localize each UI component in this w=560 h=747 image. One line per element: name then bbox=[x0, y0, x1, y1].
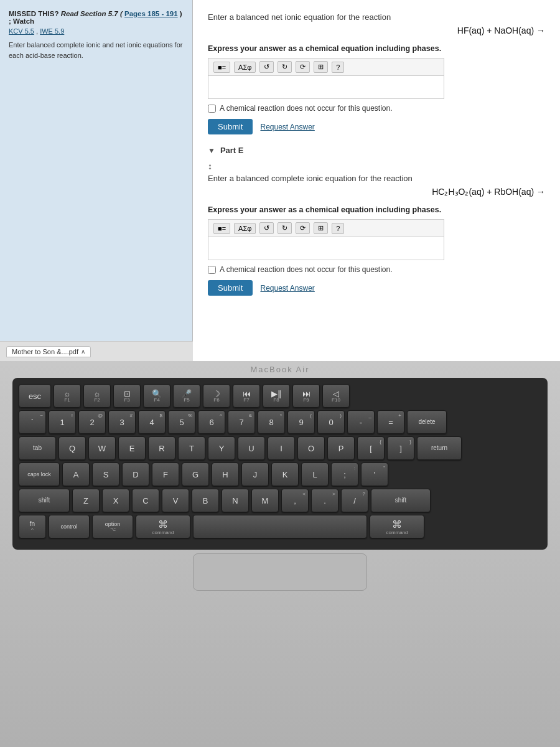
part-e-toolbar-redo-btn[interactable]: ↻ bbox=[278, 222, 292, 234]
part-d-input[interactable] bbox=[208, 75, 444, 99]
toolbar-redo-btn[interactable]: ↻ bbox=[278, 61, 292, 73]
key-t[interactable]: T bbox=[178, 436, 205, 460]
key-command-left[interactable]: ⌘ command bbox=[136, 515, 190, 538]
kcv-link[interactable]: KCV 5.5 bbox=[9, 27, 34, 35]
key-b[interactable]: B bbox=[192, 489, 219, 512]
key-d[interactable]: D bbox=[122, 463, 149, 486]
part-e-arrow[interactable]: ▼ bbox=[208, 146, 215, 155]
key-r[interactable]: R bbox=[148, 436, 175, 460]
key-x[interactable]: X bbox=[102, 489, 129, 512]
key-caps-lock[interactable]: caps lock bbox=[19, 463, 60, 486]
key-y[interactable]: Y bbox=[208, 436, 235, 460]
part-d-submit-btn[interactable]: Submit bbox=[208, 119, 253, 134]
key-p[interactable]: P bbox=[327, 436, 355, 460]
part-e-submit-btn[interactable]: Submit bbox=[208, 280, 253, 296]
key-f5[interactable]: 🎤 F5 bbox=[173, 384, 200, 408]
key-backtick[interactable]: ~ ` bbox=[19, 410, 46, 434]
key-tab[interactable]: tab bbox=[19, 436, 56, 460]
part-d-no-reaction-checkbox[interactable] bbox=[208, 105, 216, 113]
iwe-link[interactable]: IWE 5.9 bbox=[40, 27, 64, 35]
key-3[interactable]: # 3 bbox=[108, 410, 136, 434]
part-e-no-reaction-checkbox[interactable] bbox=[208, 266, 216, 274]
key-a[interactable]: A bbox=[62, 463, 90, 486]
key-o[interactable]: O bbox=[297, 436, 325, 460]
key-f7[interactable]: ⏮ F7 bbox=[233, 384, 260, 408]
command-symbol-left: ⌘ bbox=[158, 519, 168, 530]
key-4[interactable]: $ 4 bbox=[138, 410, 166, 434]
key-z[interactable]: Z bbox=[72, 489, 100, 512]
key-j[interactable]: J bbox=[241, 463, 269, 486]
part-e-toolbar-symbol-btn[interactable]: ΑΣφ bbox=[234, 223, 256, 234]
key-k[interactable]: K bbox=[271, 463, 299, 486]
key-2[interactable]: @ 2 bbox=[78, 410, 106, 434]
key-l[interactable]: L bbox=[301, 463, 329, 486]
toolbar-refresh-btn[interactable]: ⟳ bbox=[296, 61, 310, 73]
key-quote[interactable]: " ' bbox=[361, 463, 388, 486]
key-comma[interactable]: < , bbox=[281, 489, 309, 512]
key-semicolon[interactable]: : ; bbox=[331, 463, 358, 486]
key-option[interactable]: option ⌥ bbox=[92, 515, 133, 538]
key-shift-left[interactable]: shift bbox=[19, 489, 70, 512]
key-5[interactable]: % 5 bbox=[168, 410, 195, 434]
part-d-request-link[interactable]: Request Answer bbox=[260, 123, 314, 131]
part-e-request-link[interactable]: Request Answer bbox=[260, 284, 314, 293]
key-f2[interactable]: ☼ F2 bbox=[83, 384, 111, 408]
part-e-toolbar-help-btn[interactable]: ? bbox=[332, 223, 344, 234]
key-control[interactable]: control bbox=[49, 515, 90, 538]
key-delete[interactable]: delete bbox=[407, 410, 447, 434]
key-space[interactable] bbox=[193, 515, 367, 538]
key-f1[interactable]: ☼ F1 bbox=[54, 384, 81, 408]
key-0[interactable]: ) 0 bbox=[317, 410, 345, 434]
key-f3[interactable]: ⊡ F3 bbox=[113, 384, 141, 408]
key-6[interactable]: ^ 6 bbox=[198, 410, 225, 434]
toolbar-grid-btn[interactable]: ⊞ bbox=[314, 61, 328, 73]
key-slash[interactable]: ? / bbox=[341, 489, 368, 512]
key-esc[interactable]: esc bbox=[19, 384, 51, 408]
part-e-toolbar-refresh-btn[interactable]: ⟳ bbox=[296, 222, 310, 234]
key-shift-right[interactable]: shift bbox=[371, 489, 431, 512]
key-g[interactable]: G bbox=[182, 463, 209, 486]
key-q[interactable]: Q bbox=[58, 436, 86, 460]
key-f9[interactable]: ⏭ F9 bbox=[292, 384, 320, 408]
pages-link[interactable]: Pages 185 - 191 bbox=[124, 10, 178, 17]
file-tab[interactable]: Mother to Son &....pdf ∧ bbox=[6, 346, 91, 357]
key-equals[interactable]: + = bbox=[377, 410, 404, 434]
key-n[interactable]: N bbox=[222, 489, 249, 512]
key-v[interactable]: V bbox=[162, 489, 189, 512]
part-e-toolbar-grid-btn[interactable]: ⊞ bbox=[314, 222, 328, 234]
key-f10[interactable]: ◁ F10 bbox=[322, 384, 350, 408]
toolbar-help-btn[interactable]: ? bbox=[332, 62, 344, 73]
key-f5-icon: 🎤 bbox=[182, 390, 192, 398]
key-period[interactable]: > . bbox=[311, 489, 338, 512]
toolbar-matrix-btn[interactable]: ■= bbox=[213, 62, 230, 73]
key-f8[interactable]: ▶‖ F8 bbox=[263, 384, 290, 408]
part-e-input[interactable] bbox=[208, 237, 444, 260]
key-f4[interactable]: 🔍 F4 bbox=[143, 384, 170, 408]
key-m[interactable]: M bbox=[251, 489, 279, 512]
key-1[interactable]: ! 1 bbox=[49, 410, 76, 434]
key-u[interactable]: U bbox=[238, 436, 265, 460]
key-c[interactable]: C bbox=[132, 489, 159, 512]
key-h[interactable]: H bbox=[212, 463, 239, 486]
key-8[interactable]: * 8 bbox=[258, 410, 285, 434]
key-s[interactable]: S bbox=[92, 463, 119, 486]
key-f[interactable]: F bbox=[152, 463, 179, 486]
key-i[interactable]: I bbox=[268, 436, 295, 460]
key-minus[interactable]: _ - bbox=[347, 410, 375, 434]
key-command-right[interactable]: ⌘ command bbox=[370, 515, 424, 538]
key-7[interactable]: & 7 bbox=[228, 410, 255, 434]
key-f6[interactable]: ☽ F6 bbox=[203, 384, 230, 408]
key-9[interactable]: ( 9 bbox=[287, 410, 315, 434]
part-e-toolbar-matrix-btn[interactable]: ■= bbox=[213, 223, 230, 234]
key-bracket-right[interactable]: } ] bbox=[387, 436, 414, 460]
key-bracket-left[interactable]: { [ bbox=[357, 436, 385, 460]
key-e[interactable]: E bbox=[118, 436, 146, 460]
key-fn[interactable]: fn ^ bbox=[19, 515, 46, 538]
key-return[interactable]: return bbox=[417, 436, 462, 460]
key-w[interactable]: W bbox=[88, 436, 116, 460]
touchpad[interactable] bbox=[193, 553, 367, 591]
toolbar-symbol-btn[interactable]: ΑΣφ bbox=[234, 62, 256, 73]
key-f9-icon: ⏭ bbox=[302, 390, 310, 398]
part-e-toolbar-undo-btn[interactable]: ↺ bbox=[259, 222, 274, 234]
toolbar-undo-btn[interactable]: ↺ bbox=[259, 61, 274, 73]
